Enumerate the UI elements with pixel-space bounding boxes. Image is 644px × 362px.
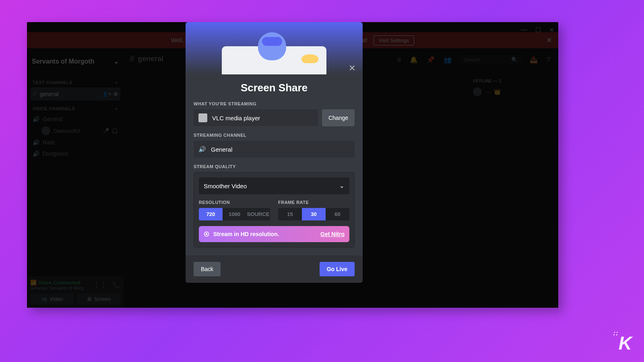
window-icon — [198, 113, 207, 122]
screen-share-modal: × Screen Share WHAT YOU'RE STREAMING VLC… — [186, 22, 363, 283]
framerate-option-60[interactable]: 60 — [326, 208, 349, 220]
modal-hero — [186, 22, 363, 74]
change-source-button[interactable]: Change — [322, 109, 355, 126]
nitro-icon: ⦿ — [204, 231, 209, 237]
nitro-upsell-banner: ⦿ Stream in HD resolution. Get Nitro — [199, 226, 349, 242]
streaming-source: VLC media player — [194, 109, 318, 126]
framerate-option-30[interactable]: 30 — [302, 208, 326, 220]
resolution-option-1080[interactable]: 1080 — [223, 208, 246, 220]
app-window: — ☐ ✕ Well, it looks like Discord is not… — [27, 22, 558, 308]
resolution-option-720[interactable]: 720 — [199, 208, 223, 220]
framerate-option-15[interactable]: 15 — [278, 208, 302, 220]
resolution-label: RESOLUTION — [199, 200, 270, 205]
framerate-selector: 15 30 60 — [278, 208, 349, 220]
close-modal-button[interactable]: × — [349, 62, 355, 74]
quality-settings: Smoother Video ⌄ RESOLUTION 720 1080 SOU… — [194, 172, 355, 247]
streaming-channel-label: STREAMING CHANNEL — [194, 133, 355, 138]
what-streaming-label: WHAT YOU'RE STREAMING — [194, 101, 355, 106]
go-live-button[interactable]: Go Live — [320, 262, 355, 276]
resolution-selector: 720 1080 SOURCE — [199, 208, 270, 220]
framerate-label: FRAME RATE — [278, 200, 349, 205]
quality-preset-dropdown[interactable]: Smoother Video ⌄ — [199, 177, 349, 194]
resolution-option-source[interactable]: SOURCE — [246, 208, 270, 220]
stream-quality-label: STREAM QUALITY — [194, 164, 355, 169]
wumpus-illustration — [258, 32, 286, 60]
get-nitro-link[interactable]: Get Nitro — [320, 231, 345, 237]
watermark-logo: ∷K — [619, 332, 632, 354]
chevron-down-icon: ⌄ — [339, 182, 345, 189]
back-button[interactable]: Back — [194, 262, 221, 276]
speaker-icon: 🔊 — [198, 146, 206, 153]
streaming-channel-select[interactable]: 🔊 General — [194, 141, 355, 158]
modal-title: Screen Share — [194, 82, 355, 94]
modal-footer: Back Go Live — [186, 255, 363, 283]
